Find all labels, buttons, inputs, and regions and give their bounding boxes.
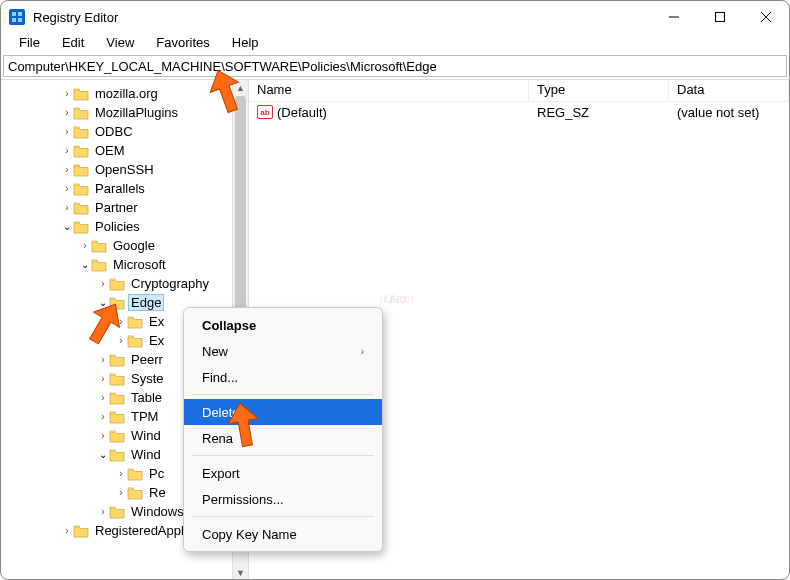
twisty-icon[interactable]: ⌄ [97, 297, 109, 308]
twisty-icon[interactable]: › [61, 126, 73, 137]
scroll-up-button[interactable]: ▲ [233, 80, 248, 96]
titlebar: Registry Editor [1, 1, 789, 33]
tree-label: MozillaPlugins [93, 105, 180, 120]
value-type: REG_SZ [529, 105, 669, 120]
context-copy-key-name[interactable]: Copy Key Name [184, 521, 382, 547]
regedit-icon [9, 9, 25, 25]
tree-item-microsoft[interactable]: ⌄Microsoft [1, 255, 248, 274]
window-title: Registry Editor [33, 10, 651, 25]
close-button[interactable] [743, 1, 789, 33]
main-area: ›mozilla.org›MozillaPlugins›ODBC›OEM›Ope… [1, 79, 789, 580]
tree-item-cryptography[interactable]: ›Cryptography [1, 274, 248, 293]
twisty-icon[interactable]: › [115, 335, 127, 346]
tree-label: TPM [129, 409, 160, 424]
twisty-icon[interactable]: › [79, 240, 91, 251]
tree-label: OpenSSH [93, 162, 156, 177]
tree-item-policies[interactable]: ⌄Policies [1, 217, 248, 236]
menu-favorites[interactable]: Favorites [146, 33, 219, 55]
context-rena[interactable]: Rena [184, 425, 382, 451]
tree-item-google[interactable]: ›Google [1, 236, 248, 255]
twisty-icon[interactable]: › [115, 468, 127, 479]
twisty-icon[interactable]: › [61, 183, 73, 194]
menu-separator [192, 516, 374, 517]
menu-separator [192, 455, 374, 456]
twisty-icon[interactable]: › [61, 164, 73, 175]
tree-label: Edge [129, 295, 163, 310]
tree-label: Policies [93, 219, 142, 234]
scroll-down-button[interactable]: ▼ [233, 565, 248, 580]
list-row[interactable]: ab (Default) REG_SZ (value not set) [249, 102, 789, 122]
twisty-icon[interactable]: › [97, 278, 109, 289]
context-collapse[interactable]: Collapse [184, 312, 382, 338]
column-type[interactable]: Type [529, 80, 669, 101]
submenu-arrow-icon: › [361, 346, 364, 357]
twisty-icon[interactable]: › [61, 88, 73, 99]
twisty-icon[interactable]: › [115, 316, 127, 327]
twisty-icon[interactable]: › [97, 354, 109, 365]
svg-rect-0 [12, 12, 16, 16]
tree-item-parallels[interactable]: ›Parallels [1, 179, 248, 198]
tree-item-mozillaplugins[interactable]: ›MozillaPlugins [1, 103, 248, 122]
context-export[interactable]: Export [184, 460, 382, 486]
menubar: File Edit View Favorites Help [1, 33, 789, 55]
twisty-icon[interactable]: › [61, 107, 73, 118]
tree-item-odbc[interactable]: ›ODBC [1, 122, 248, 141]
twisty-icon[interactable]: › [97, 373, 109, 384]
twisty-icon[interactable]: › [97, 430, 109, 441]
string-value-icon: ab [257, 105, 273, 119]
svg-rect-3 [18, 18, 22, 22]
context-find-[interactable]: Find... [184, 364, 382, 390]
minimize-button[interactable] [651, 1, 697, 33]
twisty-icon[interactable]: ⌄ [79, 259, 91, 270]
tree-label: Partner [93, 200, 140, 215]
twisty-icon[interactable]: › [97, 506, 109, 517]
menu-help[interactable]: Help [222, 33, 269, 55]
menu-file[interactable]: File [9, 33, 50, 55]
menu-view[interactable]: View [96, 33, 144, 55]
twisty-icon[interactable]: › [61, 202, 73, 213]
tree-label: ODBC [93, 124, 135, 139]
tree-label: Ex [147, 333, 166, 348]
svg-rect-1 [18, 12, 22, 16]
context-new[interactable]: New› [184, 338, 382, 364]
svg-rect-2 [12, 18, 16, 22]
twisty-icon[interactable]: › [61, 145, 73, 156]
tree-label: Peerr [129, 352, 165, 367]
tree-label: Wind [129, 447, 163, 462]
value-data: (value not set) [669, 105, 789, 120]
twisty-icon[interactable]: › [61, 525, 73, 536]
tree-label: Google [111, 238, 157, 253]
list-header: Name Type Data [249, 80, 789, 102]
maximize-button[interactable] [697, 1, 743, 33]
tree-label: Microsoft [111, 257, 168, 272]
column-name[interactable]: Name [249, 80, 529, 101]
tree-label: OEM [93, 143, 127, 158]
tree-label: Wind [129, 428, 163, 443]
address-bar[interactable]: Computer\HKEY_LOCAL_MACHINE\SOFTWARE\Pol… [3, 55, 787, 77]
tree-label: Parallels [93, 181, 147, 196]
tree-label: Pc [147, 466, 166, 481]
tree-label: Syste [129, 371, 166, 386]
twisty-icon[interactable]: ⌄ [61, 221, 73, 232]
tree-label: Table [129, 390, 164, 405]
tree-item-oem[interactable]: ›OEM [1, 141, 248, 160]
column-data[interactable]: Data [669, 80, 789, 101]
tree-label: Re [147, 485, 168, 500]
address-path: Computer\HKEY_LOCAL_MACHINE\SOFTWARE\Pol… [8, 59, 437, 74]
svg-rect-5 [716, 13, 725, 22]
tree-label: mozilla.org [93, 86, 160, 101]
tree-item-mozilla-org[interactable]: ›mozilla.org [1, 84, 248, 103]
context-menu: CollapseNew›Find...DeleteRenaExportPermi… [183, 307, 383, 552]
context-permissions-[interactable]: Permissions... [184, 486, 382, 512]
context-delete[interactable]: Delete [184, 399, 382, 425]
twisty-icon[interactable]: › [115, 487, 127, 498]
tree-label: Cryptography [129, 276, 211, 291]
tree-label: Ex [147, 314, 166, 329]
tree-item-partner[interactable]: ›Partner [1, 198, 248, 217]
twisty-icon[interactable]: › [97, 411, 109, 422]
twisty-icon[interactable]: › [97, 392, 109, 403]
tree-item-openssh[interactable]: ›OpenSSH [1, 160, 248, 179]
twisty-icon[interactable]: ⌄ [97, 449, 109, 460]
menu-edit[interactable]: Edit [52, 33, 94, 55]
menu-separator [192, 394, 374, 395]
